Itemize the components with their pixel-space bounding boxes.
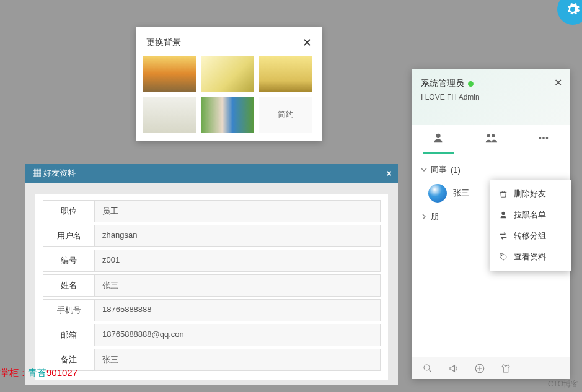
bg-option-simple[interactable]: 简约	[259, 97, 312, 133]
im-tabs	[412, 125, 570, 154]
profile-inner: 职位员工 用户名zhangsan 编号z001 姓名张三 手机号18765888…	[35, 194, 388, 380]
group-header-colleagues[interactable]: 同事 (1)	[412, 159, 570, 180]
close-icon[interactable]: ×	[387, 168, 392, 178]
person-icon	[499, 211, 508, 219]
group-name: 同事	[431, 164, 447, 175]
profile-row-email: 邮箱18765888888@qq.con	[43, 324, 381, 346]
owner-name: 青苔	[28, 367, 46, 378]
profile-row-position: 职位员工	[43, 200, 381, 222]
watermark-text: CTO博客	[548, 379, 578, 390]
profile-header-title: ▦ 好友资料	[33, 168, 76, 179]
profile-body: 职位员工 用户名zhangsan 编号z001 姓名张三 手机号18765888…	[25, 183, 398, 385]
settings-gear-badge[interactable]	[557, 0, 582, 25]
group-name: 朋	[431, 211, 439, 222]
menu-delete-friend[interactable]: 删除好友	[490, 183, 571, 204]
profile-header: ▦ 好友资料 ×	[25, 164, 398, 183]
search-icon[interactable]	[422, 363, 433, 374]
tab-messages[interactable]	[517, 125, 570, 154]
field-label: 编号	[43, 250, 94, 271]
field-label: 手机号	[43, 300, 94, 321]
svg-point-3	[424, 365, 430, 370]
svg-point-5	[501, 255, 503, 256]
admin-motto: I LOVE FH Admin	[421, 93, 561, 102]
field-value: 张三	[94, 275, 380, 296]
add-icon[interactable]	[474, 363, 485, 374]
svg-point-2	[545, 137, 548, 139]
person-icon	[431, 131, 445, 145]
field-label: 职位	[43, 201, 94, 222]
bg-option-trees[interactable]	[259, 56, 312, 92]
profile-row-id: 编号z001	[43, 250, 381, 272]
owner-watermark: 掌柜：青苔901027	[0, 367, 77, 379]
admin-name: 系统管理员	[421, 78, 464, 89]
field-value: 18765888888@qq.con	[94, 324, 380, 346]
dialog-title: 更换背景	[146, 37, 181, 48]
svg-point-0	[539, 137, 541, 139]
profile-row-name: 姓名张三	[43, 274, 381, 297]
group-icon	[484, 131, 498, 145]
sound-icon[interactable]	[448, 363, 459, 374]
profile-title-text: 好友资料	[43, 168, 76, 178]
bg-option-room[interactable]	[143, 97, 196, 133]
bg-option-girl[interactable]	[201, 97, 254, 133]
chat-icon	[537, 131, 550, 145]
field-label: 邮箱	[43, 324, 94, 346]
profile-row-username: 用户名zhangsan	[43, 225, 381, 247]
group-count: (1)	[451, 165, 461, 175]
field-label: 姓名	[43, 275, 94, 296]
field-label: 用户名	[43, 225, 94, 246]
bg-option-flowers[interactable]	[201, 56, 254, 92]
dialog-header: 更换背景 ✕	[136, 27, 322, 56]
menu-blacklist[interactable]: 拉黑名单	[490, 204, 571, 225]
tab-groups[interactable]	[465, 125, 518, 154]
friend-profile-panel: ▦ 好友资料 × 职位员工 用户名zhangsan 编号z001 姓名张三 手机…	[25, 164, 398, 385]
menu-move-group[interactable]: 转移分组	[490, 225, 571, 246]
status-online-icon	[468, 81, 474, 87]
contact-name: 张三	[453, 188, 469, 199]
field-value: 18765888888	[94, 300, 380, 321]
close-icon[interactable]: ✕	[554, 77, 562, 89]
menu-label: 拉黑名单	[514, 209, 546, 220]
owner-prefix: 掌柜：	[0, 367, 28, 378]
skin-icon[interactable]	[500, 363, 511, 374]
profile-row-phone: 手机号18765888888	[43, 299, 381, 321]
contact-context-menu: 删除好友 拉黑名单 转移分组 查看资料	[490, 180, 571, 271]
tab-contacts[interactable]	[412, 125, 465, 154]
im-bottom-bar	[412, 357, 570, 379]
chevron-down-icon	[421, 167, 427, 173]
menu-view-profile[interactable]: 查看资料	[490, 246, 571, 268]
close-icon[interactable]: ✕	[302, 36, 312, 50]
field-value: 张三	[94, 349, 380, 370]
change-background-dialog: 更换背景 ✕ 简约	[136, 27, 322, 141]
field-value: 员工	[94, 201, 380, 222]
tag-icon	[499, 253, 508, 261]
menu-label: 删除好友	[514, 188, 546, 199]
menu-label: 查看资料	[514, 251, 546, 263]
blog-watermark: CTO博客	[548, 379, 578, 390]
profile-row-remark: 备注张三	[43, 349, 381, 371]
chevron-right-icon	[421, 214, 427, 220]
field-value: z001	[94, 250, 380, 271]
svg-point-1	[542, 137, 545, 139]
transfer-icon	[499, 232, 508, 240]
im-header: ✕ 系统管理员 I LOVE FH Admin	[412, 69, 570, 125]
trash-icon	[499, 189, 508, 198]
owner-id: 901027	[46, 367, 77, 378]
field-value: zhangsan	[94, 225, 380, 246]
avatar	[428, 184, 447, 203]
im-admin-row: 系统管理员	[421, 78, 561, 89]
background-thumbnails: 简约	[136, 56, 322, 141]
gear-icon	[565, 2, 580, 17]
bg-option-sunset[interactable]	[143, 56, 196, 92]
menu-label: 转移分组	[514, 230, 546, 242]
